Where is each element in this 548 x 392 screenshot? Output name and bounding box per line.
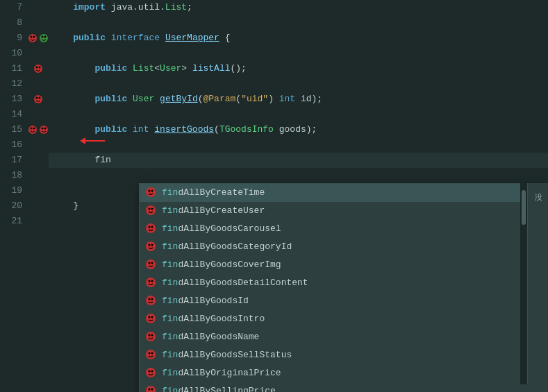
code-line-18	[49, 168, 548, 183]
line-num-20: 20	[0, 198, 22, 214]
gutter-7	[28, 0, 49, 15]
code-line-7: import java.util.List;	[49, 0, 548, 15]
line-num-21: 21	[0, 214, 22, 229]
ac-text-4: findAllByGoodsCoverImg	[162, 256, 281, 274]
svg-point-20	[151, 190, 153, 192]
svg-point-40	[149, 316, 151, 318]
code-line-13: public User getById(@Param("uid") int id…	[49, 92, 548, 107]
ac-item-3[interactable]: findAllByGoodsCategoryId	[140, 238, 548, 256]
gutter-19	[28, 183, 49, 198]
ac-item-6[interactable]: findAllByGoodsId	[140, 292, 548, 310]
gutter-11[interactable]	[28, 61, 49, 76]
svg-point-16	[42, 128, 44, 130]
svg-point-10	[36, 97, 38, 99]
bug-icon-13	[33, 94, 43, 104]
ac-icon-11	[145, 385, 158, 392]
gutter-15[interactable]	[28, 122, 49, 137]
line-num-17: 17	[0, 153, 22, 168]
svg-point-19	[149, 190, 151, 192]
ac-item-5[interactable]: findAllByGoodsDetailContent	[140, 274, 548, 292]
ac-item-8[interactable]: findAllByGoodsName	[140, 328, 548, 346]
svg-point-11	[39, 97, 41, 99]
line-num-13: 13	[0, 92, 22, 107]
ac-text-6: findAllByGoodsId	[162, 292, 249, 310]
ac-item-0[interactable]: findAllByCreateTime	[140, 184, 548, 202]
ac-text-9: findAllByGoodsSellStatus	[162, 346, 292, 364]
svg-point-26	[151, 226, 153, 228]
svg-point-22	[149, 208, 151, 210]
code-line-8	[49, 15, 548, 31]
no-doc-panel: 没	[527, 183, 548, 384]
line-num-14: 14	[0, 107, 22, 122]
svg-point-29	[151, 244, 153, 246]
bug-icon-9a	[28, 33, 38, 43]
gutter-16	[28, 137, 49, 153]
svg-point-31	[149, 262, 151, 264]
ac-item-1[interactable]: findAllByCreateUser	[140, 202, 548, 220]
svg-point-44	[151, 334, 153, 336]
svg-point-23	[151, 208, 153, 210]
gutter-10	[28, 46, 49, 61]
ac-item-7[interactable]: findAllByGoodsIntro	[140, 310, 548, 328]
svg-point-38	[151, 298, 153, 300]
line-num-11: 11	[0, 61, 22, 76]
svg-point-13	[31, 128, 33, 130]
line-num-18: 18	[0, 168, 22, 183]
ac-icon-4	[145, 259, 158, 271]
scrollbar[interactable]	[520, 183, 527, 384]
line-num-8: 8	[0, 15, 22, 31]
ac-text-2: findAllByGoodsCarousel	[162, 220, 281, 238]
gutter-9[interactable]	[28, 31, 49, 46]
svg-point-3	[40, 34, 48, 42]
editor-container: 7 8 9 10 11 12 13 14 15 16 17 18 19 20 2…	[0, 0, 548, 392]
gutter-13[interactable]	[28, 92, 49, 107]
svg-point-24	[146, 223, 156, 233]
svg-point-42	[146, 332, 156, 341]
code-line-12	[49, 76, 548, 92]
svg-point-4	[42, 36, 44, 38]
gutter-18	[28, 168, 49, 183]
code-area[interactable]: import java.util.List; public interface …	[49, 0, 548, 392]
ac-icon-6	[145, 295, 158, 307]
svg-point-27	[146, 241, 156, 251]
svg-point-5	[44, 36, 47, 38]
scrollbar-thumb[interactable]	[522, 190, 526, 225]
gutter-20	[28, 198, 49, 214]
code-line-10	[49, 46, 548, 61]
svg-point-25	[149, 226, 151, 228]
ac-item-9[interactable]: findAllByGoodsSellStatus	[140, 346, 548, 364]
ac-item-2[interactable]: findAllByGoodsCarousel	[140, 220, 548, 238]
gutter-12	[28, 76, 49, 92]
svg-point-48	[146, 368, 156, 377]
line-num-10: 10	[0, 46, 22, 61]
gutter-8	[28, 15, 49, 31]
ac-item-4[interactable]: findAllByGoodsCoverImg	[140, 256, 548, 274]
svg-point-47	[151, 352, 153, 355]
ac-icon-7	[145, 313, 158, 325]
svg-point-37	[149, 298, 151, 300]
svg-point-6	[34, 65, 42, 73]
ac-item-10[interactable]: findAllByOriginalPrice	[140, 364, 548, 382]
autocomplete-dropdown[interactable]: findAllByCreateTime findAllByCreateUser	[139, 183, 548, 392]
svg-point-15	[40, 126, 48, 134]
svg-point-49	[149, 370, 151, 373]
svg-point-32	[151, 262, 153, 264]
svg-point-45	[146, 350, 156, 359]
svg-point-21	[146, 205, 156, 215]
no-doc-label: 没	[533, 187, 543, 188]
code-line-14	[49, 107, 548, 122]
svg-point-1	[31, 36, 33, 38]
svg-point-33	[146, 278, 156, 287]
line-num-19: 19	[0, 183, 22, 198]
svg-point-51	[146, 386, 156, 392]
svg-point-8	[39, 67, 41, 69]
svg-point-28	[149, 244, 151, 246]
svg-point-9	[34, 95, 42, 103]
ac-icon-0	[145, 187, 158, 199]
line-num-12: 12	[0, 76, 22, 92]
svg-point-14	[33, 128, 35, 130]
line-num-9: 9	[0, 31, 22, 46]
gutter-21	[28, 214, 49, 229]
ac-item-11[interactable]: findAllBySellingPrice	[140, 382, 548, 392]
code-line-15: public int insertGoods(TGoodsInfo goods)…	[49, 122, 548, 137]
